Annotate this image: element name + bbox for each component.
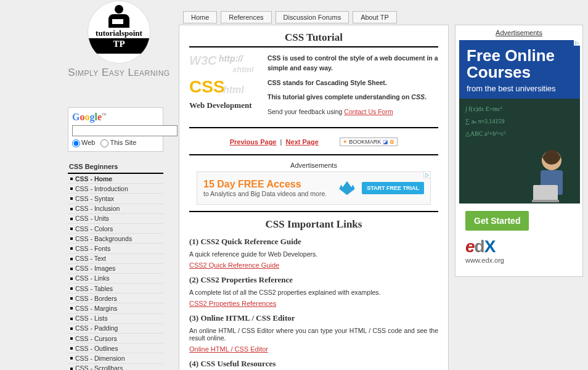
tagline: Simply Easy Learning (67, 67, 171, 79)
radio-web[interactable] (72, 139, 80, 147)
sidebar-item[interactable]: CSS - Colors (68, 224, 163, 234)
main-content: CSS Tutorial W3C http:// xhtml CSS html … (179, 25, 449, 370)
inline-ad-headline: 15 Day FREE Access (203, 179, 332, 190)
sidebar-item[interactable]: CSS - Margins (68, 303, 163, 313)
sidebar-item[interactable]: CSS - Text (68, 254, 163, 264)
intro-graphic: W3C http:// xhtml CSS html Web Developme… (189, 54, 260, 115)
edx-logo: edX (465, 237, 574, 257)
sec2-desc: A complete list of all the CSS2 properti… (189, 289, 438, 296)
sidebar-heading-beginners: CSS Beginners (68, 160, 163, 174)
sidebar-item[interactable]: CSS - Dimension (68, 353, 163, 363)
sidebar-item[interactable]: CSS - Home (68, 174, 163, 184)
sidebar-item[interactable]: CSS - Lists (68, 314, 163, 324)
svg-rect-6 (533, 185, 558, 201)
logo-area: tutorialspoint TP Simply Easy Learning (67, 1, 171, 79)
radio-web-label: Web (81, 139, 95, 146)
right-ad-image: ∫ f(x)dx E=mc² ∑ aₙ π≈3.14159 △ABC a²+b²… (459, 99, 580, 204)
sidebar-item[interactable]: CSS - Borders (68, 294, 163, 303)
radio-site[interactable] (100, 139, 108, 147)
ad-label-inline: Advertisements (189, 162, 438, 169)
logo-brand-text: tutorialspoint (88, 28, 150, 38)
sidebar-item[interactable]: CSS - Introduction (68, 184, 163, 194)
sec2-heading: (2) CSS2 Properties Reference (189, 275, 438, 285)
sec1-link[interactable]: CSS2 Quick Reference Guide (189, 261, 279, 269)
nav-about[interactable]: About TP (353, 11, 397, 23)
sidebar-item[interactable]: CSS - Backgrounds (68, 234, 163, 244)
nav-forums[interactable]: Discussion Forums (276, 11, 349, 23)
sidebar-item[interactable]: CSS - Padding (68, 324, 163, 334)
logo-tp-text: TP (88, 38, 150, 54)
sec1-heading: (1) CSS2 Quick Reference Guide (189, 237, 438, 247)
important-links-heading: CSS Important Links (189, 218, 438, 231)
svg-text:∑ aₙ  π≈3.14159: ∑ aₙ π≈3.14159 (465, 118, 505, 125)
right-ad-sub: from the best universities (467, 84, 573, 94)
sidebar-item[interactable]: CSS - Scrollbars (68, 364, 163, 370)
sidebar-item[interactable]: CSS - Fonts (68, 244, 163, 253)
svg-rect-7 (532, 200, 559, 202)
right-ad[interactable]: ▷ Free Online Courses from the best univ… (459, 40, 580, 270)
sidebar-item[interactable]: CSS - Units (68, 214, 163, 224)
sec4-heading: (4) CSS Useful Resources (189, 359, 438, 369)
inline-ad-sub: to Analytics and Big Data videos and mor… (203, 190, 332, 197)
inline-ad-cta[interactable]: START FREE TRIAL (362, 182, 424, 194)
page-title: CSS Tutorial (189, 31, 438, 44)
right-ad-label: Advertisements (459, 29, 579, 36)
search-box: Google™ ... Web This Site (68, 107, 163, 152)
adchoices-icon[interactable]: ▷ (574, 40, 580, 46)
sidebar-item[interactable]: CSS - Inclusion (68, 204, 163, 214)
svg-text:△ABC  a²+b²=c²: △ABC a²+b²=c² (465, 130, 505, 137)
adchoices-icon[interactable]: ▷ (423, 172, 430, 178)
sec3-link[interactable]: Online HTML / CSS Editor (189, 345, 268, 353)
next-page-link[interactable]: Next Page (286, 138, 319, 146)
intro-p2: CSS stands for Cascading Style Sheet. (267, 79, 387, 86)
sidebar-item[interactable]: CSS - Images (68, 264, 163, 274)
prev-page-link[interactable]: Previous Page (230, 138, 277, 146)
contact-link[interactable]: Contact Us Form (344, 108, 393, 115)
sidebar-item[interactable]: CSS - Links (68, 274, 163, 284)
inline-ad[interactable]: ▷ 15 Day FREE Access to Analytics and Bi… (197, 171, 431, 205)
sec3-desc: An online HTML / CSS Editor where you ca… (189, 327, 438, 342)
right-ad-headline: Free Online Courses (467, 47, 573, 81)
sidebar-item[interactable]: CSS - Tables (68, 284, 163, 294)
intro-p1: CSS is used to control the style of a we… (267, 54, 438, 72)
inline-ad-icon (338, 179, 356, 197)
sec2-link[interactable]: CSS2 Properties References (189, 300, 276, 307)
svg-text:∫ f(x)dx  E=mc²: ∫ f(x)dx E=mc² (465, 105, 502, 113)
sidebar-item[interactable]: CSS - Syntax (68, 194, 163, 204)
sec3-heading: (3) Online HTML / CSS Editor (189, 313, 438, 323)
sidebar-item[interactable]: CSS - Outlines (68, 343, 163, 353)
bookmark-button[interactable]: ✦ BOOKMARK ◪ ✿ (340, 138, 398, 146)
radio-site-label: This Site (110, 139, 136, 146)
sidebar: CSS Beginners CSS - HomeCSS - Introducti… (68, 158, 163, 370)
sidebar-item[interactable]: CSS - Cursors (68, 334, 163, 343)
nav-references[interactable]: References (221, 11, 271, 23)
google-logo: Google™ (72, 112, 159, 123)
search-input[interactable] (72, 125, 178, 136)
right-column: Advertisements ▷ Free Online Courses fro… (455, 25, 583, 277)
nav-home[interactable]: Home (183, 11, 217, 23)
top-nav: Home References Discussion Forums About … (183, 11, 397, 23)
logo[interactable]: tutorialspoint TP (88, 1, 150, 63)
sec1-desc: A quick reference guide for Web Develope… (189, 250, 438, 258)
right-ad-cta[interactable]: Get Started (465, 211, 529, 231)
edx-url: www.edx.org (465, 257, 574, 264)
